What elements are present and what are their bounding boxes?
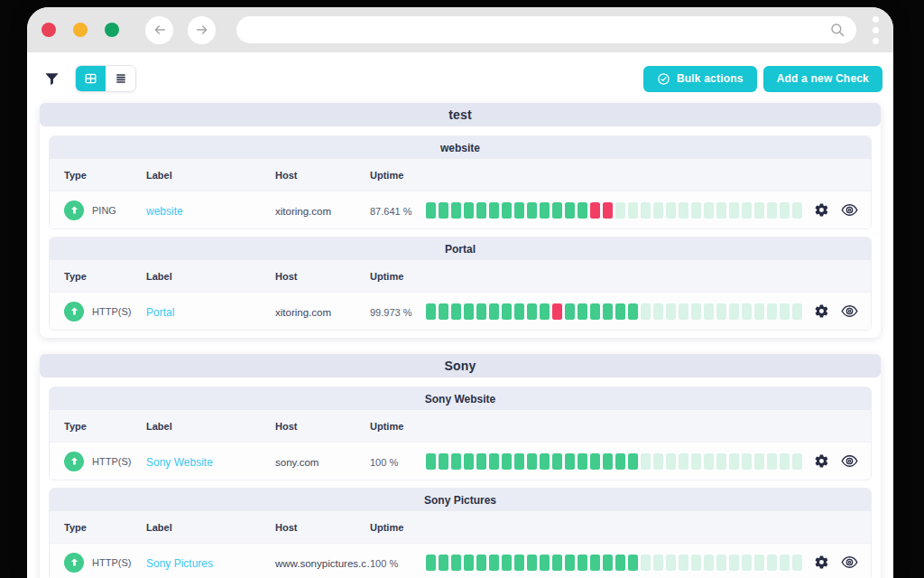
check-circle-icon [657,72,670,86]
uptime-bar-empty [615,202,625,219]
uptime-bar-up [464,303,474,320]
back-button[interactable] [145,16,173,44]
check-group-card: Sony Sony Website Type Label Host Uptime… [40,354,881,578]
check-groups: test website Type Label Host Uptime PING… [38,103,882,578]
browser-menu-button[interactable] [869,16,882,44]
subgroup-header[interactable]: Sony Website [50,387,871,410]
check-type-cell: HTTP(S) [64,452,146,471]
check-label-link[interactable]: Sony Website [146,456,213,469]
settings-button[interactable] [814,303,829,319]
view-check-button[interactable] [841,304,858,318]
settings-button[interactable] [814,555,829,570]
uptime-bar-up [615,555,625,571]
check-host: xitoring.com [275,206,331,217]
subgroup-header[interactable]: Sony Pictures [50,489,871,511]
view-check-button[interactable] [841,555,858,569]
add-check-button[interactable]: Add a new Check [763,66,882,92]
filter-button[interactable] [43,69,63,89]
group-header[interactable]: Sony [40,354,881,378]
gear-icon [814,453,829,469]
uptime-bar-empty [653,555,663,571]
group-body: Sony Website Type Label Host Uptime HTTP… [40,378,881,578]
uptime-bar-up [628,555,638,571]
uptime-bar-up [464,555,474,571]
uptime-bar-empty [691,303,701,320]
uptime-bar-empty [792,202,802,219]
view-check-button[interactable] [841,454,858,468]
group-header[interactable]: test [40,103,881,126]
uptime-bar-empty [792,453,802,470]
settings-button[interactable] [814,453,829,469]
check-subgroup-card: website Type Label Host Uptime PING webs… [49,135,872,229]
uptime-bar-empty [742,453,752,470]
uptime-bar-empty [716,303,726,320]
uptime-bar-up [578,303,587,320]
uptime-bar-up [439,555,448,571]
check-host: www.sonypictures.c… [275,558,370,569]
uptime-bar-up [464,453,474,470]
uptime-bar-empty [729,555,739,571]
check-subgroup-card: Sony Pictures Type Label Host Uptime HTT… [49,488,872,578]
url-bar[interactable] [236,16,856,43]
check-host: xitoring.com [275,307,331,318]
row-actions [806,202,858,218]
list-icon [114,71,128,86]
uptime-bar-up [628,453,638,470]
status-up-icon [64,452,84,471]
uptime-bar-empty [653,453,663,470]
uptime-bar-up [540,555,550,571]
uptime-bar-up [590,453,600,470]
column-header-label: Label [146,421,275,432]
forward-button[interactable] [188,16,216,44]
check-host-cell: xitoring.com [275,303,370,320]
column-header-uptime: Uptime [370,421,426,432]
uptime-bar-empty [780,453,790,470]
view-mode-toggle [75,65,136,92]
uptime-bar-empty [641,555,651,571]
check-uptime-cell: 87.641 % [370,202,426,219]
check-type-cell: HTTP(S) [64,553,146,573]
status-up-icon [64,553,84,573]
uptime-bar-up [451,303,461,320]
uptime-bar-up [615,303,625,320]
uptime-bar-up [439,453,448,470]
search-icon[interactable] [829,22,845,38]
list-view-button[interactable] [106,66,135,91]
uptime-bar-up [489,555,499,571]
uptime-bar-up [514,303,524,320]
table-header-row: Type Label Host Uptime [50,159,871,191]
grid-view-button[interactable] [76,66,106,91]
check-label-link[interactable]: Portal [146,306,174,319]
settings-button[interactable] [814,202,829,218]
view-check-button[interactable] [841,203,858,217]
uptime-bar-up [451,555,461,571]
subgroup-header[interactable]: website [50,136,871,159]
uptime-bar-up [476,453,486,470]
column-header-host: Host [275,271,370,282]
check-label-link[interactable]: Sony Pictures [146,557,213,570]
bulk-actions-button[interactable]: Bulk actions [643,66,757,92]
uptime-bar-up [540,303,550,320]
uptime-bar-up [476,202,486,219]
uptime-bar-up [603,303,613,320]
browser-chrome [27,7,893,52]
check-type: HTTP(S) [92,306,131,317]
gear-icon [814,303,829,319]
uptime-bar-empty [729,202,739,219]
uptime-bar-up [476,555,486,571]
uptime-bar-empty [666,453,676,470]
subgroup-title: Sony Pictures [424,494,496,507]
toolbar: Bulk actions Add a new Check [38,65,882,92]
minimize-window-button[interactable] [73,23,88,37]
eye-icon [841,454,858,468]
uptime-bar-empty [679,202,688,219]
maximize-window-button[interactable] [105,23,119,37]
uptime-bar-empty [754,555,764,571]
check-host-cell: sony.com [275,453,370,470]
uptime-bar-empty [691,453,701,470]
check-row: PING website xitoring.com 87.641 % [50,191,871,228]
check-label-link[interactable]: website [146,205,183,218]
subgroup-header[interactable]: Portal [50,238,871,260]
group-title: Sony [444,359,476,373]
close-window-button[interactable] [42,23,56,37]
